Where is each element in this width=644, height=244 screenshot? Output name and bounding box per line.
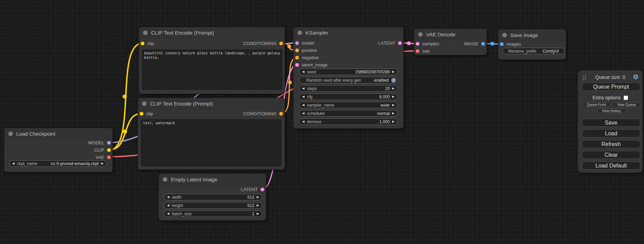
increment-arrow-icon[interactable]: ▶ bbox=[392, 87, 395, 90]
clear-button[interactable]: Clear bbox=[582, 151, 640, 159]
input-negative[interactable]: negative bbox=[295, 54, 319, 61]
input-vae[interactable]: vae bbox=[416, 47, 430, 55]
decrement-arrow-icon[interactable]: ◀ bbox=[167, 204, 169, 207]
output-clip[interactable]: CLIP bbox=[94, 146, 111, 154]
link-dot[interactable] bbox=[288, 81, 292, 84]
output-latent[interactable]: LATENT bbox=[241, 186, 264, 193]
filename-prefix-widget[interactable]: filename_prefix ComfyUI bbox=[502, 48, 565, 54]
cfg-widget[interactable]: ◀ cfg 8.000 ▶ bbox=[299, 93, 398, 100]
link-dot[interactable] bbox=[407, 42, 411, 45]
output-vae[interactable]: VAE bbox=[96, 153, 111, 161]
load-button[interactable]: Load bbox=[582, 129, 640, 137]
decrement-arrow-icon[interactable]: ◀ bbox=[302, 103, 305, 107]
increment-arrow-icon[interactable]: ▶ bbox=[392, 70, 395, 73]
vae-port-icon[interactable] bbox=[416, 49, 420, 53]
output-model[interactable]: MODEL bbox=[88, 139, 111, 146]
node-header[interactable]: Save Image bbox=[498, 29, 566, 41]
increment-arrow-icon[interactable]: ▶ bbox=[392, 120, 395, 123]
collapse-dot-icon[interactable] bbox=[163, 177, 167, 182]
clip-port-icon[interactable] bbox=[140, 112, 143, 116]
increment-arrow-icon[interactable]: ▶ bbox=[257, 212, 259, 215]
input-clip[interactable]: clip bbox=[141, 39, 154, 47]
toggle-knob-icon[interactable] bbox=[391, 78, 396, 83]
input-images[interactable]: images bbox=[500, 40, 521, 48]
queue-front-button[interactable]: Queue Front bbox=[582, 102, 610, 107]
decrement-arrow-icon[interactable]: ◀ bbox=[302, 87, 305, 90]
link-dot[interactable] bbox=[288, 45, 291, 48]
conditioning-port-icon[interactable] bbox=[295, 48, 299, 52]
view-queue-button[interactable]: View Queue bbox=[612, 102, 641, 107]
save-button[interactable]: Save bbox=[582, 119, 640, 127]
clip-port-icon[interactable] bbox=[141, 42, 144, 45]
link-dot[interactable] bbox=[491, 42, 494, 46]
node-header[interactable]: Empty Latent Image bbox=[159, 174, 266, 185]
image-port-icon[interactable] bbox=[481, 42, 485, 46]
increment-arrow-icon[interactable]: ▶ bbox=[392, 103, 395, 107]
output-latent[interactable]: LATENT bbox=[378, 39, 402, 47]
node-header[interactable]: CLIP Text Encode (Prompt) bbox=[139, 27, 285, 38]
collapse-dot-icon[interactable] bbox=[298, 30, 302, 35]
node-header[interactable]: CLIP Text Encode (Prompt) bbox=[138, 98, 285, 109]
increment-arrow-icon[interactable]: ▶ bbox=[392, 112, 395, 115]
sampler-name-widget[interactable]: ◀ sampler_name euler ▶ bbox=[299, 102, 398, 108]
node-load-checkpoint[interactable]: Load Checkpoint MODEL CLIP VAE ◀ ckpt_na… bbox=[4, 128, 113, 172]
negative-prompt-textarea[interactable]: text, watermark bbox=[141, 119, 281, 166]
batch-size-widget[interactable]: ◀ batch_size 1 ▶ bbox=[164, 210, 262, 217]
height-widget[interactable]: ◀ height 512 ▶ bbox=[164, 202, 262, 209]
node-clip-text-encode-positive[interactable]: CLIP Text Encode (Prompt) clip CONDITION… bbox=[139, 27, 285, 94]
input-latent-image[interactable]: latent_image bbox=[295, 61, 327, 69]
node-clip-text-encode-negative[interactable]: CLIP Text Encode (Prompt) clip CONDITION… bbox=[138, 98, 285, 170]
link-dot[interactable] bbox=[123, 129, 127, 134]
node-header[interactable]: KSampler bbox=[293, 27, 404, 38]
clip-port-icon[interactable] bbox=[107, 148, 111, 152]
extra-options-checkbox[interactable] bbox=[624, 96, 628, 100]
input-clip[interactable]: clip bbox=[140, 110, 153, 117]
increment-arrow-icon[interactable]: ▶ bbox=[257, 204, 259, 207]
steps-widget[interactable]: ◀ steps 20 ▶ bbox=[299, 85, 398, 92]
vae-port-icon[interactable] bbox=[107, 155, 111, 159]
conditioning-port-icon[interactable] bbox=[279, 42, 283, 45]
collapse-dot-icon[interactable] bbox=[8, 132, 13, 136]
latent-port-icon[interactable] bbox=[261, 188, 264, 191]
decrement-arrow-icon[interactable]: ◀ bbox=[167, 212, 169, 215]
latent-port-icon[interactable] bbox=[295, 63, 299, 67]
ckpt-name-widget[interactable]: ◀ ckpt_name v1-5-pruned-emaonly.ckpt ▶ bbox=[9, 160, 107, 167]
width-widget[interactable]: ◀ width 512 ▶ bbox=[164, 194, 262, 200]
collapse-dot-icon[interactable] bbox=[142, 101, 147, 106]
collapse-dot-icon[interactable] bbox=[143, 30, 148, 35]
node-header[interactable]: Load Checkpoint bbox=[4, 128, 113, 139]
decrement-arrow-icon[interactable]: ◀ bbox=[12, 162, 15, 165]
input-model[interactable]: model bbox=[295, 39, 314, 47]
conditioning-port-icon[interactable] bbox=[295, 56, 299, 60]
input-samples[interactable]: samples bbox=[416, 40, 439, 47]
denoise-widget[interactable]: ◀ denoise 1.000 ▶ bbox=[299, 118, 398, 125]
node-vae-decode[interactable]: VAE Decode samples vae IMAGE bbox=[414, 29, 487, 55]
random-seed-toggle-widget[interactable]: Random seed after every gen enabled bbox=[299, 77, 398, 83]
input-positive[interactable]: positive bbox=[295, 46, 317, 54]
model-port-icon[interactable] bbox=[295, 41, 299, 45]
collapse-dot-icon[interactable] bbox=[418, 32, 423, 37]
decrement-arrow-icon[interactable]: ◀ bbox=[302, 120, 305, 123]
decrement-arrow-icon[interactable]: ◀ bbox=[302, 70, 305, 73]
link-dot[interactable] bbox=[123, 94, 127, 99]
view-history-button[interactable]: View History bbox=[597, 108, 626, 113]
image-port-icon[interactable] bbox=[500, 42, 504, 46]
load-default-button[interactable]: Load Default bbox=[582, 162, 640, 170]
scheduler-widget[interactable]: ◀ scheduler normal ▶ bbox=[299, 110, 398, 117]
increment-arrow-icon[interactable]: ▶ bbox=[101, 162, 104, 165]
decrement-arrow-icon[interactable]: ◀ bbox=[167, 196, 169, 199]
node-ksampler[interactable]: KSampler model positive negative latent_… bbox=[293, 27, 404, 128]
model-port-icon[interactable] bbox=[107, 141, 111, 145]
output-image[interactable]: IMAGE bbox=[464, 40, 485, 47]
node-empty-latent-image[interactable]: Empty Latent Image LATENT ◀ width 512 ▶ … bbox=[159, 174, 266, 220]
positive-prompt-textarea[interactable]: beautiful scenery nature glass bottle la… bbox=[142, 49, 282, 90]
conditioning-port-icon[interactable] bbox=[279, 112, 283, 116]
collapse-dot-icon[interactable] bbox=[502, 33, 507, 37]
decrement-arrow-icon[interactable]: ◀ bbox=[302, 95, 305, 98]
seed-widget[interactable]: ◀ seed 156680208700286 ▶ bbox=[299, 69, 398, 75]
latent-port-icon[interactable] bbox=[398, 41, 402, 45]
settings-gear-icon[interactable] bbox=[633, 74, 639, 80]
output-conditioning[interactable]: CONDITIONING bbox=[243, 110, 283, 117]
latent-port-icon[interactable] bbox=[416, 42, 420, 46]
increment-arrow-icon[interactable]: ▶ bbox=[392, 95, 395, 98]
